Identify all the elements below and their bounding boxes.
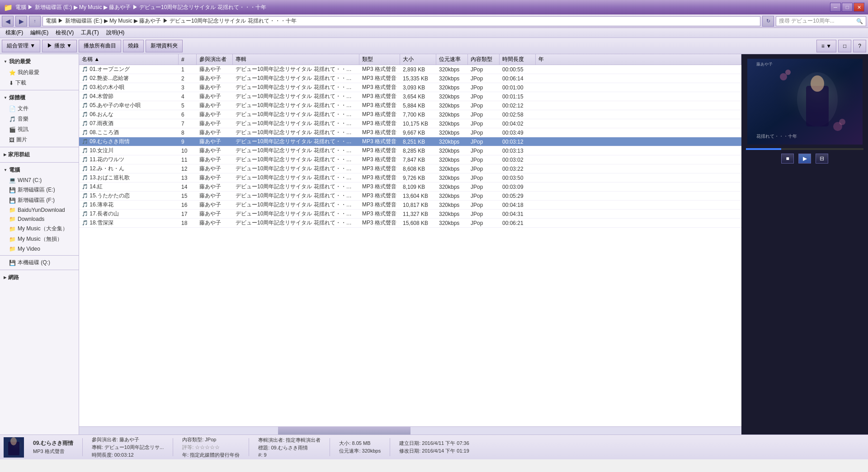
table-row[interactable]: 🎵 07.雨夜酒7藤あや子デビュー10周年記念リサイタル 花揺れて・・・十年MP… — [79, 119, 741, 128]
table-row[interactable]: 🎵 02.艶姿...恋給箸2藤あや子デビュー10周年記念リサイタル 花揺れて・・… — [79, 74, 741, 83]
table-row[interactable]: 🎵 06.おんな6藤あや子デビュー10周年記念リサイタル 花揺れて・・・十年MP… — [79, 110, 741, 119]
help-button[interactable]: ? — [853, 40, 866, 52]
file-cell: JPop — [468, 103, 500, 109]
scrollbar-thumb[interactable] — [278, 427, 410, 435]
table-row[interactable]: 🎵 17.長者の山17藤あや子デビュー10周年記念リサイタル 花揺れて・・・十年… — [79, 210, 741, 219]
col-header-type[interactable]: 類型 — [359, 54, 400, 65]
file-cell: 320kbps — [436, 75, 468, 82]
table-row[interactable]: 🎵 03.松の木小唄3藤あや子デビュー10周年記念リサイタル 花揺れて・・・十年… — [79, 83, 741, 92]
menu-file[interactable]: 檔案(F) — [2, 28, 27, 38]
file-cell: MP3 格式聲音 — [359, 138, 400, 145]
sidebar-network-header[interactable]: ▶ 網路 — [0, 272, 79, 283]
col-header-artist[interactable]: 參與演出者 — [197, 54, 233, 65]
sidebar-item-video[interactable]: 🎬 視訊 — [0, 124, 79, 135]
sidebar-item-mymusic-lossless[interactable]: 📁 My Music（無損） — [0, 234, 79, 244]
file-cell: 00:02:58 — [500, 112, 536, 118]
stop-button[interactable]: ■ — [781, 154, 794, 164]
sidebar-computer-header[interactable]: ▼ 電腦 — [0, 164, 79, 176]
album-art: 花揺れて・・・十年 藤あや子 — [747, 59, 863, 145]
status-col-album-artist: 專輯演出者: 指定專輯演出者 標題: 09.むらさき雨情 #: 9 — [258, 437, 321, 458]
svg-point-8 — [839, 119, 845, 125]
file-cell: 8,109 KB — [400, 184, 436, 190]
burn-button[interactable]: 燒錄 — [123, 40, 144, 52]
expand-button[interactable]: ⊟ — [816, 154, 828, 164]
menu-view[interactable]: 檢視(V) — [52, 28, 77, 38]
sidebar-item-baidu[interactable]: 📁 BaiduYunDownload — [0, 206, 79, 215]
sidebar-item-drive-f[interactable]: 💾 新增磁碟區 (F:) — [0, 195, 79, 206]
refresh-button[interactable]: ↻ — [762, 16, 774, 27]
sidebar-item-music[interactable]: 🎵 音樂 — [0, 114, 79, 124]
menu-help[interactable]: 說明(H) — [103, 28, 128, 38]
table-row[interactable]: 🎵 04.木曽節4藤あや子デビュー10周年記念リサイタル 花揺れて・・・十年MP… — [79, 92, 741, 101]
status-col-content: 內容類型: JPop 評等: ☆☆☆☆☆ 年: 指定此媒體的發行年份 — [182, 436, 240, 458]
table-row[interactable]: 🎵 18.雪深深18藤あや子デビュー10周年記念リサイタル 花揺れて・・・十年M… — [79, 219, 741, 228]
sidebar-item-mymusic-full[interactable]: 📁 My Music（大全集） — [0, 224, 79, 234]
music-file-icon: 🎵 — [82, 103, 88, 108]
player-progress-bar[interactable] — [746, 148, 863, 150]
col-header-duration[interactable]: 時間長度 — [500, 54, 536, 65]
horizontal-scrollbar[interactable] — [79, 427, 741, 435]
back-button[interactable]: ◀ — [2, 16, 14, 27]
sidebar-item-favorites[interactable]: ⭐ 我的最愛 — [0, 67, 79, 78]
col-header-num[interactable]: # — [179, 54, 197, 65]
sidebar-homegroup-header[interactable]: ▶ 家用群組 — [0, 149, 79, 160]
organize-button[interactable]: 組合管理 ▼ — [2, 40, 40, 52]
table-row[interactable]: 🎵 05.あや子の幸せ小唄5藤あや子デビュー10周年記念リサイタル 花揺れて・・… — [79, 101, 741, 110]
sidebar-item-pictures[interactable]: 🖼 圖片 — [0, 135, 79, 145]
play-all-button[interactable]: 播放所有曲目 — [79, 40, 121, 52]
sidebar-item-win7[interactable]: 💻 WIN7 (C:) — [0, 176, 79, 185]
col-header-year[interactable]: 年 — [536, 54, 741, 65]
file-cell: 2,893 KB — [400, 66, 436, 73]
sidebar-item-myvideo[interactable]: 📁 My Video — [0, 244, 79, 253]
close-button[interactable]: ✕ — [854, 3, 864, 12]
file-cell: JPop — [468, 157, 500, 163]
col-header-bitrate[interactable]: 位元速率 — [436, 54, 468, 65]
sidebar-item-documents[interactable]: 📄 文件 — [0, 103, 79, 114]
sidebar: ▼ 我的最愛 ⭐ 我的最愛 ⬇ 下載 ▼ 煤體櫃 📄 文件 🎵 音樂 🎬 視訊 — [0, 54, 79, 435]
folder-baidu-icon: 📁 — [9, 207, 16, 213]
table-row[interactable]: 🎵 15.うたかたの恋15藤あや子デビュー10周年記念リサイタル 花揺れて・・・… — [79, 192, 741, 201]
col-header-name[interactable]: 名稱 ▲ — [79, 54, 179, 65]
menu-tools[interactable]: 工具(T) — [77, 28, 102, 38]
music-file-icon: 🎵 — [82, 84, 88, 90]
sidebar-item-downloads[interactable]: ⬇ 下載 — [0, 78, 79, 88]
table-row[interactable]: 🎵 01.オープニング1藤あや子デビュー10周年記念リサイタル 花揺れて・・・十… — [79, 65, 741, 74]
file-cell: デビュー10周年記念リサイタル 花揺れて・・・十年 — [233, 75, 359, 82]
table-row[interactable]: 🎵 13.おばこ巡礼歌13藤あや子デビュー10周年記念リサイタル 花揺れて・・・… — [79, 173, 741, 182]
file-cell: 320kbps — [436, 84, 468, 91]
forward-button[interactable]: ▶ — [15, 16, 27, 27]
col-header-size[interactable]: 大小 — [400, 54, 436, 65]
table-row[interactable]: 🎵 08.こころ酒8藤あや子デビュー10周年記念リサイタル 花揺れて・・・十年M… — [79, 128, 741, 137]
table-row[interactable]: 🎵 11.花のワルツ11藤あや子デビュー10周年記念リサイタル 花揺れて・・・十… — [79, 155, 741, 164]
table-row[interactable]: 🎵 16.薄幸花16藤あや子デビュー10周年記念リサイタル 花揺れて・・・十年M… — [79, 201, 741, 210]
col-header-content[interactable]: 內容類型 — [468, 54, 500, 65]
minimize-button[interactable]: ─ — [830, 3, 841, 12]
document-icon: 📄 — [9, 106, 16, 112]
play-pause-button[interactable]: ▶ — [798, 154, 811, 164]
new-folder-button[interactable]: 新增資料夾 — [146, 40, 183, 52]
sidebar-libraries-header[interactable]: ▼ 煤體櫃 — [0, 92, 79, 103]
scrollbar-area[interactable] — [79, 426, 741, 435]
sidebar-favorites-header[interactable]: ▼ 我的最愛 — [0, 56, 79, 67]
table-row[interactable]: 🎵 14.紅14藤あや子デビュー10周年記念リサイタル 花揺れて・・・十年MP3… — [79, 182, 741, 192]
table-row[interactable]: 🎵 09.むらさき雨情9藤あや子デビュー10周年記念リサイタル 花揺れて・・・十… — [79, 137, 741, 146]
sidebar-item-drive-q[interactable]: 💾 本機磁碟 (Q:) — [0, 257, 79, 268]
up-button[interactable]: ↑ — [29, 16, 41, 27]
play-button[interactable]: ▶ 播放 ▼ — [42, 40, 77, 52]
view-toggle-button[interactable]: ≡ ▼ — [816, 40, 836, 52]
table-row[interactable]: 🎵 12.み・れ・ん12藤あや子デビュー10周年記念リサイタル 花揺れて・・・十… — [79, 164, 741, 173]
status-track-type: MP3 格式聲音 — [33, 448, 73, 455]
search-box[interactable]: 搜尋 デビュー10周年... 🔍 — [776, 16, 866, 26]
menu-edit[interactable]: 編輯(E) — [27, 28, 52, 38]
col-header-album[interactable]: 專輯 — [233, 54, 359, 65]
table-row[interactable]: 🎵 10.女泣川10藤あや子デビュー10周年記念リサイタル 花揺れて・・・十年M… — [79, 146, 741, 155]
file-cell: デビュー10周年記念リサイタル 花揺れて・・・十年 — [233, 165, 359, 173]
sidebar-item-downloads-folder[interactable]: 📁 Downloads — [0, 215, 79, 224]
sidebar-item-drive-e[interactable]: 💾 新增磁碟區 (E:) — [0, 185, 79, 195]
maximize-button[interactable]: □ — [842, 3, 853, 12]
search-icon: 🔍 — [856, 18, 863, 24]
breadcrumb[interactable]: 電腦 ▶ 新增磁碟區 (E:) ▶ My Music ▶ 藤あや子 ▶ デビュー… — [42, 16, 760, 26]
status-album: 專輯: デビュー10周年記念リサ... — [92, 444, 164, 451]
file-cell: 15,335 KB — [400, 75, 436, 82]
layout-button[interactable]: □ — [838, 40, 851, 52]
